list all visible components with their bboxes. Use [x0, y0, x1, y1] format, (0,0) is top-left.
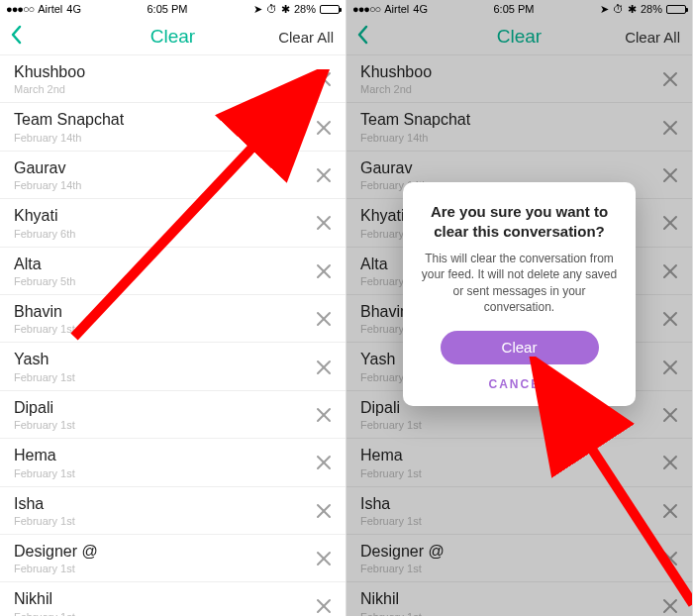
list-item[interactable]: DipaliFebruary 1st — [0, 391, 346, 439]
close-icon[interactable] — [316, 311, 332, 327]
conversation-date: February 5th — [14, 275, 75, 287]
conversation-date: February 1st — [14, 419, 75, 431]
close-icon[interactable] — [316, 598, 332, 614]
nav-header: Clear Clear All — [0, 18, 346, 55]
carrier-label: Airtel — [38, 3, 62, 15]
conversation-date: March 2nd — [14, 83, 85, 95]
list-item[interactable]: NikhilFebruary 1st — [0, 582, 346, 616]
left-screenshot: ●●●○○ Airtel 4G 6:05 PM ➤ ⏱ ✱ 28% Clear … — [0, 0, 346, 616]
list-item[interactable]: Team SnapchatFebruary 14th — [0, 103, 346, 151]
conversation-name: Team Snapchat — [14, 111, 124, 129]
clear-all-button[interactable]: Clear All — [278, 28, 334, 45]
conversation-name: Nikhil — [14, 590, 75, 608]
close-icon[interactable] — [316, 359, 332, 375]
battery-pct: 28% — [294, 3, 316, 15]
close-icon[interactable] — [316, 407, 332, 423]
alarm-icon: ⏱ — [266, 3, 277, 15]
conversation-date: February 1st — [14, 611, 75, 616]
conversation-name: Hema — [14, 447, 75, 464]
conversation-name: Designer @ — [14, 543, 98, 561]
conversation-name: Alta — [14, 256, 75, 273]
right-screenshot: ●●●○○ Airtel 4G 6:05 PM ➤ ⏱ ✱ 28% Clear … — [346, 0, 693, 616]
close-icon[interactable] — [316, 215, 332, 231]
conversation-name: Gaurav — [14, 159, 81, 177]
conversation-name: Dipali — [14, 399, 75, 417]
clock-label: 6:05 PM — [147, 3, 187, 15]
close-icon[interactable] — [316, 120, 332, 136]
list-item[interactable]: HemaFebruary 1st — [0, 439, 346, 486]
status-bar: ●●●○○ Airtel 4G 6:05 PM ➤ ⏱ ✱ 28% — [0, 0, 346, 18]
signal-dots-icon: ●●●○○ — [6, 3, 34, 15]
conversation-date: February 1st — [14, 515, 75, 527]
close-icon[interactable] — [316, 167, 332, 183]
conversation-name: Khushboo — [14, 63, 85, 81]
list-item[interactable]: GauravFebruary 14th — [0, 152, 346, 199]
confirm-dialog: Are you sure you want to clear this conv… — [403, 182, 636, 406]
close-icon[interactable] — [316, 455, 332, 470]
network-label: 4G — [66, 3, 81, 15]
close-icon[interactable] — [316, 71, 332, 87]
bluetooth-icon: ✱ — [281, 3, 290, 16]
clear-button[interactable]: Clear — [441, 331, 599, 364]
conversation-name: Bhavin — [14, 303, 75, 321]
list-item[interactable]: IshaFebruary 1st — [0, 487, 346, 535]
conversation-list[interactable]: KhushbooMarch 2ndTeam SnapchatFebruary 1… — [0, 55, 346, 616]
conversation-name: Isha — [14, 495, 75, 513]
confirm-dialog-overlay: Are you sure you want to clear this conv… — [346, 0, 692, 616]
conversation-date: February 1st — [14, 467, 75, 479]
list-item[interactable]: KhushbooMarch 2nd — [0, 55, 346, 103]
conversation-date: February 14th — [14, 179, 81, 191]
list-item[interactable]: KhyatiFebruary 6th — [0, 199, 346, 247]
list-item[interactable]: AltaFebruary 5th — [0, 248, 346, 295]
back-button[interactable] — [10, 25, 22, 49]
conversation-date: February 14th — [14, 132, 124, 144]
battery-icon — [320, 5, 340, 14]
conversation-name: Khyati — [14, 207, 75, 225]
conversation-date: February 1st — [14, 563, 98, 574]
close-icon[interactable] — [316, 503, 332, 519]
list-item[interactable]: Designer @February 1st — [0, 535, 346, 582]
conversation-date: February 6th — [14, 228, 75, 240]
dialog-title: Are you sure you want to clear this conv… — [419, 202, 620, 241]
list-item[interactable]: YashFebruary 1st — [0, 343, 346, 390]
close-icon[interactable] — [316, 551, 332, 566]
dialog-body: This will clear the conversation from yo… — [419, 251, 620, 315]
close-icon[interactable] — [316, 263, 332, 279]
list-item[interactable]: BhavinFebruary 1st — [0, 295, 346, 343]
conversation-name: Yash — [14, 351, 75, 368]
conversation-date: February 1st — [14, 371, 75, 383]
conversation-date: February 1st — [14, 323, 75, 335]
page-title: Clear — [150, 26, 195, 48]
location-icon: ➤ — [253, 3, 262, 16]
cancel-button[interactable]: CANCEL — [489, 377, 550, 391]
